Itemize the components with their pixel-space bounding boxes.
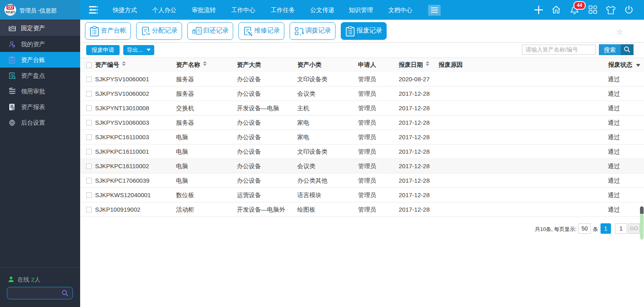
svg-text:华天动力: 华天动力 (5, 10, 15, 13)
svg-text:APOWER: APOWER (7, 13, 14, 15)
